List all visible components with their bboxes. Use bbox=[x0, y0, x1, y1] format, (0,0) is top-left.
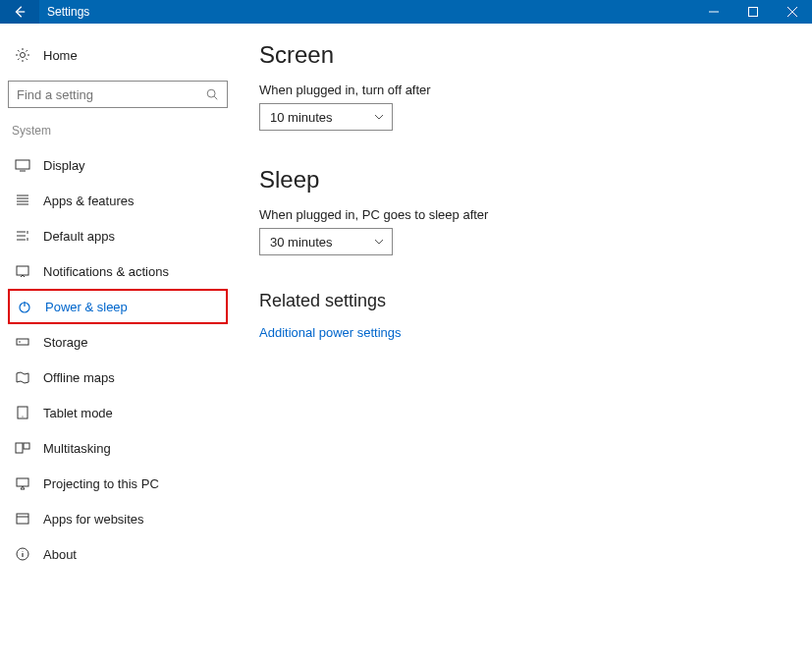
about-icon bbox=[14, 545, 31, 563]
svg-rect-13 bbox=[17, 514, 28, 524]
chevron-down-icon bbox=[374, 114, 384, 120]
sidebar-item-label: Notifications & actions bbox=[43, 264, 169, 279]
sidebar-item-notifications[interactable]: Notifications & actions bbox=[8, 253, 228, 289]
search-icon bbox=[205, 87, 219, 101]
back-button[interactable] bbox=[0, 0, 39, 24]
main-content: Screen When plugged in, turn off after 1… bbox=[236, 24, 812, 668]
sidebar-item-label: Default apps bbox=[43, 229, 115, 244]
websites-icon bbox=[14, 510, 31, 528]
svg-rect-6 bbox=[17, 339, 28, 345]
chevron-down-icon bbox=[374, 239, 384, 245]
sidebar-item-about[interactable]: About bbox=[8, 536, 228, 572]
search-box[interactable] bbox=[8, 81, 228, 108]
maps-icon bbox=[14, 368, 31, 386]
multitask-icon bbox=[14, 439, 31, 457]
sidebar-item-label: Apps & features bbox=[43, 194, 135, 208]
sleep-select[interactable]: 30 minutes bbox=[259, 228, 393, 255]
sidebar-item-projecting[interactable]: Projecting to this PC bbox=[8, 466, 228, 501]
power-icon bbox=[16, 298, 33, 315]
svg-rect-12 bbox=[17, 478, 28, 486]
sidebar-item-apps-websites[interactable]: Apps for websites bbox=[8, 501, 228, 536]
minimize-icon bbox=[709, 7, 719, 17]
sidebar-item-label: About bbox=[43, 547, 77, 562]
sidebar-item-label: Multitasking bbox=[43, 441, 111, 456]
home-label: Home bbox=[43, 48, 78, 63]
maximize-icon bbox=[748, 7, 758, 17]
sidebar-item-default-apps[interactable]: Default apps bbox=[8, 218, 228, 253]
sidebar-item-label: Offline maps bbox=[43, 370, 115, 385]
defaults-icon bbox=[14, 227, 31, 245]
svg-rect-0 bbox=[749, 8, 758, 17]
sidebar-item-label: Display bbox=[43, 158, 85, 173]
svg-rect-10 bbox=[16, 443, 23, 453]
sidebar-item-label: Apps for websites bbox=[43, 512, 144, 527]
project-icon bbox=[14, 474, 31, 492]
svg-point-1 bbox=[21, 53, 26, 58]
storage-icon bbox=[14, 333, 31, 351]
maximize-button[interactable] bbox=[733, 0, 773, 24]
sleep-value: 30 minutes bbox=[270, 235, 333, 250]
sidebar-item-label: Projecting to this PC bbox=[43, 476, 159, 491]
search-input[interactable] bbox=[17, 87, 205, 102]
sidebar: Home System Display Apps & features bbox=[0, 24, 236, 668]
sidebar-item-label: Storage bbox=[43, 335, 88, 350]
tablet-icon bbox=[14, 404, 31, 421]
back-arrow-icon bbox=[13, 5, 27, 19]
screen-off-value: 10 minutes bbox=[270, 110, 333, 125]
sidebar-item-storage[interactable]: Storage bbox=[8, 324, 228, 360]
apps-icon bbox=[14, 192, 31, 209]
svg-point-7 bbox=[19, 341, 21, 343]
sidebar-item-tablet-mode[interactable]: Tablet mode bbox=[8, 395, 228, 430]
sidebar-item-display[interactable]: Display bbox=[8, 147, 228, 183]
sleep-label: When plugged in, PC goes to sleep after bbox=[259, 207, 812, 222]
close-icon bbox=[787, 7, 797, 17]
svg-rect-3 bbox=[16, 160, 29, 169]
sidebar-item-multitasking[interactable]: Multitasking bbox=[8, 430, 228, 466]
notifications-icon bbox=[14, 262, 31, 280]
related-heading: Related settings bbox=[259, 291, 812, 311]
close-button[interactable] bbox=[773, 0, 812, 24]
svg-point-9 bbox=[22, 416, 23, 417]
sidebar-item-offline-maps[interactable]: Offline maps bbox=[8, 360, 228, 395]
additional-power-settings-link[interactable]: Additional power settings bbox=[259, 325, 812, 340]
sidebar-item-label: Tablet mode bbox=[43, 406, 113, 420]
titlebar: Settings bbox=[0, 0, 812, 24]
svg-point-2 bbox=[207, 89, 215, 97]
window-title: Settings bbox=[47, 5, 694, 19]
sidebar-item-apps-features[interactable]: Apps & features bbox=[8, 183, 228, 218]
sidebar-item-label: Power & sleep bbox=[45, 300, 128, 314]
gear-icon bbox=[14, 46, 31, 64]
category-label: System bbox=[12, 124, 228, 138]
screen-heading: Screen bbox=[259, 41, 812, 69]
home-nav[interactable]: Home bbox=[8, 37, 228, 73]
minimize-button[interactable] bbox=[694, 0, 733, 24]
svg-rect-4 bbox=[17, 266, 28, 275]
screen-off-select[interactable]: 10 minutes bbox=[259, 103, 393, 131]
screen-off-label: When plugged in, turn off after bbox=[259, 83, 812, 97]
sleep-heading: Sleep bbox=[259, 166, 812, 194]
svg-rect-11 bbox=[24, 443, 29, 449]
sidebar-item-power-sleep[interactable]: Power & sleep bbox=[8, 289, 228, 324]
display-icon bbox=[14, 156, 31, 174]
